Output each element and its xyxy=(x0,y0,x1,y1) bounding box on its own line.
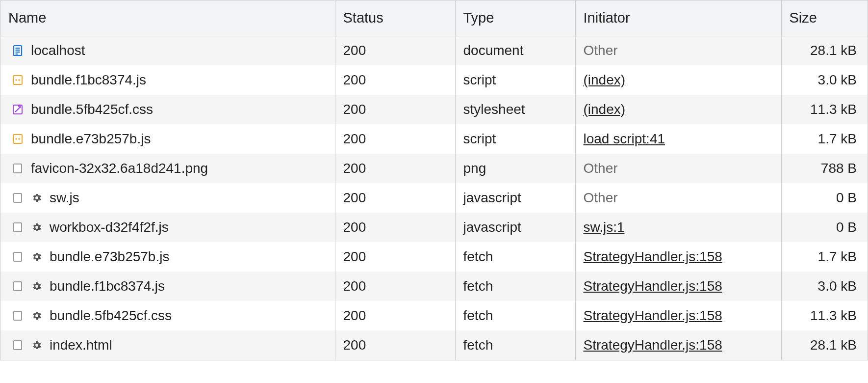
cell-size: 1.7 kB xyxy=(781,124,868,154)
cell-name[interactable]: bundle.f1bc8374.js xyxy=(0,65,335,95)
column-header-name[interactable]: Name xyxy=(0,0,335,36)
column-header-initiator[interactable]: Initiator xyxy=(575,0,781,36)
generic-file-icon xyxy=(11,192,24,204)
generic-file-icon xyxy=(11,309,24,322)
cell-status: 200 xyxy=(335,242,455,272)
cell-type: fetch xyxy=(455,301,575,330)
cell-status: 200 xyxy=(335,95,455,124)
cell-type: script xyxy=(455,65,575,95)
cell-name[interactable]: sw.js xyxy=(0,183,335,213)
service-worker-gear-icon xyxy=(31,222,43,232)
cell-status: 200 xyxy=(335,183,455,213)
request-name: bundle.5fb425cf.css xyxy=(50,308,172,324)
cell-status: 200 xyxy=(335,330,455,360)
cell-name[interactable]: bundle.5fb425cf.css xyxy=(0,95,335,124)
generic-file-icon xyxy=(11,221,24,234)
cell-size: 1.7 kB xyxy=(781,242,868,272)
table-row[interactable]: bundle.f1bc8374.js200script(index)3.0 kB xyxy=(0,65,868,95)
cell-type: document xyxy=(455,36,575,65)
cell-status: 200 xyxy=(335,301,455,330)
cell-type: fetch xyxy=(455,330,575,360)
column-header-type[interactable]: Type xyxy=(455,0,575,36)
cell-name[interactable]: localhost xyxy=(0,36,335,65)
service-worker-gear-icon xyxy=(31,252,43,262)
request-name: bundle.e73b257b.js xyxy=(50,249,169,265)
table-row[interactable]: sw.js200javascriptOther0 B xyxy=(0,183,868,213)
request-name: favicon-32x32.6a18d241.png xyxy=(31,161,208,176)
initiator-link[interactable]: StrategyHandler.js:158 xyxy=(584,308,722,323)
cell-size: 11.3 kB xyxy=(781,95,868,124)
cell-type: png xyxy=(455,154,575,183)
cell-initiator[interactable]: load script:41 xyxy=(575,124,781,154)
request-name: bundle.f1bc8374.js xyxy=(50,278,165,294)
cell-size: 28.1 kB xyxy=(781,330,868,360)
cell-initiator: Other xyxy=(575,36,781,65)
cell-status: 200 xyxy=(335,272,455,301)
initiator-link[interactable]: (index) xyxy=(584,72,626,87)
cell-name[interactable]: workbox-d32f4f2f.js xyxy=(0,213,335,242)
cell-size: 28.1 kB xyxy=(781,36,868,65)
service-worker-gear-icon xyxy=(31,281,43,291)
cell-initiator[interactable]: (index) xyxy=(575,95,781,124)
service-worker-gear-icon xyxy=(31,311,43,321)
initiator-text: Other xyxy=(584,190,618,205)
cell-initiator: Other xyxy=(575,183,781,213)
table-row[interactable]: workbox-d32f4f2f.js200javascriptsw.js:10… xyxy=(0,213,868,242)
document-file-icon xyxy=(11,44,24,57)
table-row[interactable]: bundle.f1bc8374.js200fetchStrategyHandle… xyxy=(0,272,868,301)
generic-file-icon xyxy=(11,250,24,263)
cell-name[interactable]: bundle.e73b257b.js xyxy=(0,242,335,272)
generic-file-icon xyxy=(11,280,24,293)
cell-size: 788 B xyxy=(781,154,868,183)
css-file-icon xyxy=(11,103,24,116)
cell-status: 200 xyxy=(335,124,455,154)
request-name: bundle.e73b257b.js xyxy=(31,131,151,147)
initiator-link[interactable]: load script:41 xyxy=(584,131,665,146)
table-row[interactable]: favicon-32x32.6a18d241.png200pngOther788… xyxy=(0,154,868,183)
cell-type: fetch xyxy=(455,242,575,272)
cell-initiator[interactable]: StrategyHandler.js:158 xyxy=(575,330,781,360)
cell-type: script xyxy=(455,124,575,154)
cell-size: 3.0 kB xyxy=(781,272,868,301)
table-header-row: Name Status Type Initiator Size xyxy=(0,0,868,36)
cell-status: 200 xyxy=(335,65,455,95)
table-row[interactable]: bundle.5fb425cf.css200stylesheet(index)1… xyxy=(0,95,868,124)
cell-initiator: Other xyxy=(575,154,781,183)
cell-name[interactable]: bundle.f1bc8374.js xyxy=(0,272,335,301)
request-name: sw.js xyxy=(50,190,79,206)
cell-initiator[interactable]: sw.js:1 xyxy=(575,213,781,242)
request-name: bundle.f1bc8374.js xyxy=(31,72,146,88)
cell-name[interactable]: bundle.e73b257b.js xyxy=(0,124,335,154)
table-row[interactable]: bundle.5fb425cf.css200fetchStrategyHandl… xyxy=(0,301,868,330)
request-name: workbox-d32f4f2f.js xyxy=(50,219,169,235)
network-table: Name Status Type Initiator Size localhos… xyxy=(0,0,868,360)
cell-initiator[interactable]: StrategyHandler.js:158 xyxy=(575,242,781,272)
cell-status: 200 xyxy=(335,36,455,65)
column-header-size[interactable]: Size xyxy=(781,0,868,36)
table-row[interactable]: bundle.e73b257b.js200scriptload script:4… xyxy=(0,124,868,154)
table-row[interactable]: localhost200documentOther28.1 kB xyxy=(0,36,868,65)
request-name: index.html xyxy=(50,337,112,353)
cell-name[interactable]: index.html xyxy=(0,330,335,360)
initiator-link[interactable]: StrategyHandler.js:158 xyxy=(584,249,722,264)
initiator-link[interactable]: sw.js:1 xyxy=(584,219,625,235)
cell-initiator[interactable]: StrategyHandler.js:158 xyxy=(575,272,781,301)
table-row[interactable]: bundle.e73b257b.js200fetchStrategyHandle… xyxy=(0,242,868,272)
initiator-link[interactable]: (index) xyxy=(584,102,626,117)
cell-initiator[interactable]: (index) xyxy=(575,65,781,95)
initiator-text: Other xyxy=(584,161,618,176)
initiator-link[interactable]: StrategyHandler.js:158 xyxy=(584,337,722,353)
initiator-link[interactable]: StrategyHandler.js:158 xyxy=(584,278,722,294)
table-row[interactable]: index.html200fetchStrategyHandler.js:158… xyxy=(0,330,868,360)
cell-type: javascript xyxy=(455,213,575,242)
cell-status: 200 xyxy=(335,213,455,242)
cell-initiator[interactable]: StrategyHandler.js:158 xyxy=(575,301,781,330)
service-worker-gear-icon xyxy=(31,340,43,350)
request-name: localhost xyxy=(31,43,85,58)
cell-name[interactable]: bundle.5fb425cf.css xyxy=(0,301,335,330)
cell-status: 200 xyxy=(335,154,455,183)
cell-size: 3.0 kB xyxy=(781,65,868,95)
cell-size: 0 B xyxy=(781,213,868,242)
column-header-status[interactable]: Status xyxy=(335,0,455,36)
cell-name[interactable]: favicon-32x32.6a18d241.png xyxy=(0,154,335,183)
